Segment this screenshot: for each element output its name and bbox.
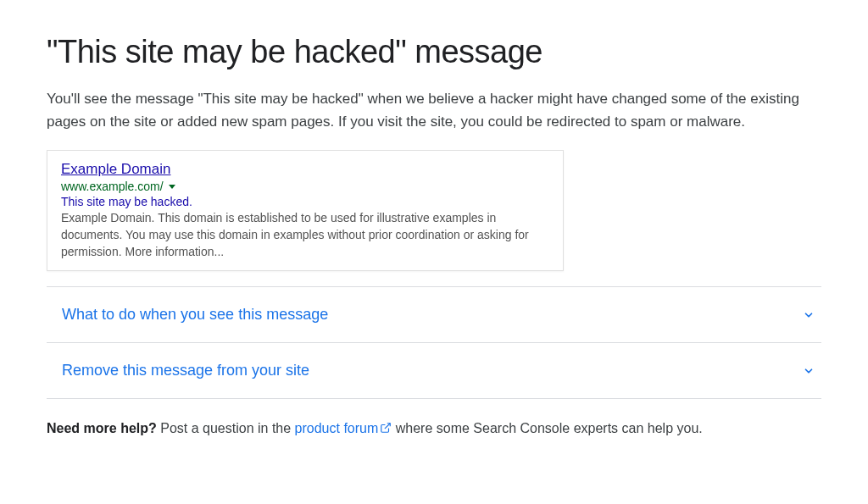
help-after-link: where some Search Console experts can he… bbox=[392, 421, 702, 435]
search-result-example: Example Domain www.example.com/ This sit… bbox=[47, 150, 564, 271]
chevron-down-icon bbox=[803, 365, 815, 377]
product-forum-link[interactable]: product forum bbox=[295, 421, 392, 435]
accordion-item-what-to-do[interactable]: What to do when you see this message bbox=[47, 287, 821, 342]
svg-line-0 bbox=[385, 424, 390, 429]
accordion-label: Remove this message from your site bbox=[62, 362, 309, 379]
help-before-link: Post a question in the bbox=[157, 421, 295, 435]
page-title: "This site may be hacked" message bbox=[47, 34, 821, 70]
result-url: www.example.com/ bbox=[61, 180, 164, 193]
external-link-icon bbox=[380, 422, 392, 437]
dropdown-triangle-icon[interactable] bbox=[169, 185, 175, 189]
accordion-label: What to do when you see this message bbox=[62, 306, 328, 324]
forum-link-text: product forum bbox=[295, 421, 379, 435]
help-strong: Need more help? bbox=[47, 421, 157, 435]
intro-paragraph: You'll see the message "This site may be… bbox=[47, 87, 821, 133]
chevron-down-icon bbox=[803, 309, 815, 321]
result-warning-text: This site may be hacked. bbox=[61, 195, 549, 208]
result-title-link[interactable]: Example Domain bbox=[61, 161, 549, 178]
accordion-section-2: Remove this message from your site bbox=[47, 342, 821, 399]
accordion-item-remove-message[interactable]: Remove this message from your site bbox=[47, 343, 821, 398]
help-footer: Need more help? Post a question in the p… bbox=[47, 421, 821, 437]
result-description: Example Domain. This domain is establish… bbox=[61, 210, 549, 260]
result-url-line: www.example.com/ bbox=[61, 180, 549, 193]
accordion-section-1: What to do when you see this message bbox=[47, 286, 821, 342]
